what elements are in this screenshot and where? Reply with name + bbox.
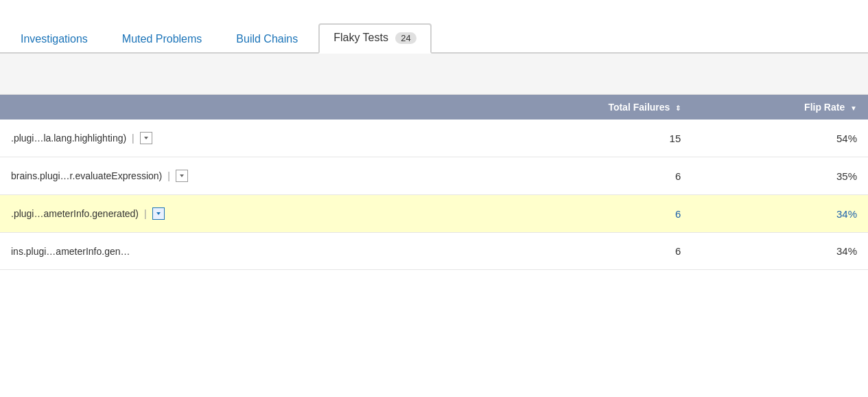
row4-flip-rate: 34%: [692, 233, 868, 270]
total-failures-sort-icon: ⇕: [675, 104, 681, 112]
chevron-down-icon: [178, 172, 185, 179]
col-name: [0, 95, 469, 120]
row3-pipe: |: [144, 208, 147, 219]
row2-name-text: brains.plugi…r.evaluateExpression): [11, 170, 162, 181]
row1-total-failures: 15: [469, 120, 692, 157]
tab-flaky-tests[interactable]: Flaky Tests 24: [318, 23, 432, 54]
row2-flip-rate: 35%: [692, 157, 868, 195]
filter-bar: [0, 54, 868, 95]
row4-name-text: ins.plugi…ameterInfo.gen…: [11, 246, 130, 257]
row2-total-failures: 6: [469, 157, 692, 195]
tab-build-chains[interactable]: Build Chains: [222, 26, 312, 52]
row1-flip-rate: 54%: [692, 120, 868, 157]
row3-name-container: .plugi…ameterInfo.generated) |: [11, 207, 458, 220]
table-row: ins.plugi…ameterInfo.gen… 6 34%: [0, 233, 868, 270]
row1-dropdown-button[interactable]: [140, 132, 152, 144]
row2-name-cell: brains.plugi…r.evaluateExpression) |: [0, 157, 469, 195]
flaky-tests-badge: 24: [395, 32, 416, 44]
col-flip-rate-label: Flip Rate: [804, 102, 845, 113]
row2-pipe: |: [167, 170, 170, 181]
row3-name-text: .plugi…ameterInfo.generated): [11, 208, 139, 219]
svg-marker-2: [156, 212, 161, 215]
row4-name-container: ins.plugi…ameterInfo.gen…: [11, 246, 458, 257]
tab-bar: Investigations Muted Problems Build Chai…: [0, 0, 868, 54]
row1-pipe: |: [132, 133, 134, 144]
table-wrapper: Total Failures ⇕ Flip Rate ▼ .plugi…la.l…: [0, 95, 868, 270]
tab-muted-problems[interactable]: Muted Problems: [108, 26, 216, 52]
row2-dropdown-button[interactable]: [176, 170, 188, 182]
row1-name-cell: .plugi…la.lang.highlighting) |: [0, 120, 469, 157]
table-row: .plugi…ameterInfo.generated) | 6 34%: [0, 195, 868, 233]
flaky-tests-table: Total Failures ⇕ Flip Rate ▼ .plugi…la.l…: [0, 95, 868, 270]
col-total-failures[interactable]: Total Failures ⇕: [469, 95, 692, 120]
row1-name-text: .plugi…la.lang.highlighting): [11, 133, 126, 144]
row3-flip-rate: 34%: [692, 195, 868, 233]
chevron-down-icon: [155, 210, 162, 217]
svg-marker-0: [144, 137, 148, 139]
table-header-row: Total Failures ⇕ Flip Rate ▼: [0, 95, 868, 120]
row3-total-failures: 6: [469, 195, 692, 233]
row1-name-container: .plugi…la.lang.highlighting) |: [11, 132, 458, 144]
col-total-failures-label: Total Failures: [608, 102, 670, 113]
table-row: brains.plugi…r.evaluateExpression) | 6 3…: [0, 157, 868, 195]
row4-total-failures: 6: [469, 233, 692, 270]
col-flip-rate[interactable]: Flip Rate ▼: [692, 95, 868, 120]
table-row: .plugi…la.lang.highlighting) | 15 54%: [0, 120, 868, 157]
flip-rate-sort-icon: ▼: [850, 104, 857, 112]
tab-investigations[interactable]: Investigations: [7, 26, 102, 52]
row2-name-container: brains.plugi…r.evaluateExpression) |: [11, 170, 458, 182]
row3-dropdown-button[interactable]: [152, 207, 165, 220]
tab-flaky-tests-label: Flaky Tests: [333, 32, 388, 43]
svg-marker-1: [180, 174, 184, 177]
row3-name-cell: .plugi…ameterInfo.generated) |: [0, 195, 469, 233]
chevron-down-icon: [143, 135, 150, 141]
row4-name-cell: ins.plugi…ameterInfo.gen…: [0, 233, 469, 270]
